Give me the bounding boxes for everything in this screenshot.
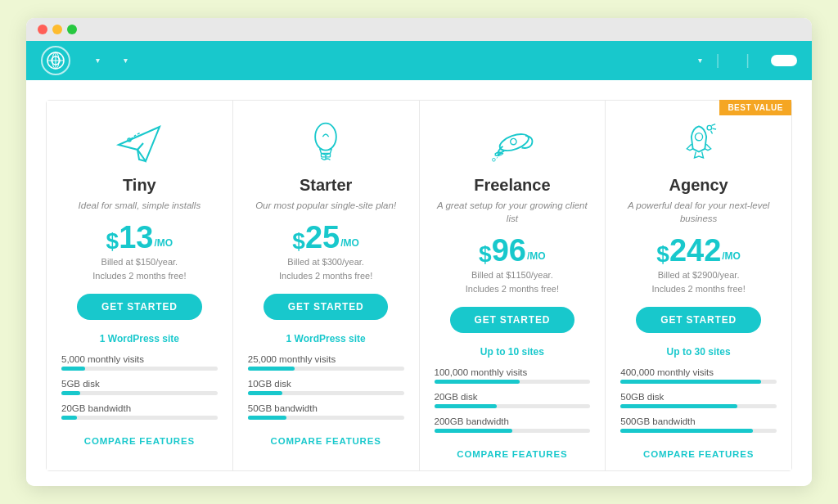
feature-label: 400,000 monthly visits xyxy=(620,367,777,377)
plan-icon-tiny xyxy=(110,119,168,168)
feature-label: 20GB disk xyxy=(435,392,591,402)
feature-row: 25,000 monthly visits xyxy=(248,354,404,371)
navbar-right-links: ▾ | | xyxy=(687,52,797,69)
get-started-nav-button[interactable] xyxy=(771,55,797,66)
plan-sites-starter: 1 WordPress site xyxy=(286,333,366,344)
feature-row: 100,000 monthly visits xyxy=(435,367,591,384)
browser-bar xyxy=(26,18,812,41)
plan-cta-button-freelance[interactable]: GET STARTED xyxy=(450,307,575,333)
compare-features-link-freelance[interactable]: COMPARE FEATURES xyxy=(457,449,567,459)
svg-point-11 xyxy=(492,159,495,162)
navbar-left-links: ▾ ▾ xyxy=(85,56,687,65)
plan-features-freelance: 100,000 monthly visits 20GB disk 200GB b… xyxy=(435,367,591,441)
plan-price-freelance: $ 96 /MO xyxy=(479,235,546,266)
plan-card-starter: Starter Our most popular single-site pla… xyxy=(233,101,420,470)
pricing-section: Tiny Ideal for small, simple installs $ … xyxy=(26,80,812,486)
feature-row: 50GB bandwidth xyxy=(248,403,404,420)
feature-bar-fill xyxy=(248,367,295,371)
feature-bar-bg xyxy=(61,391,218,395)
plan-price-starter: $ 25 /MO xyxy=(292,222,359,253)
plan-billing-freelance: Billed at $1150/year.Includes 2 months f… xyxy=(466,268,559,295)
chevron-down-icon: ▾ xyxy=(698,56,702,65)
plans-container: Tiny Ideal for small, simple installs $ … xyxy=(46,100,792,471)
plan-card-agency: BEST VALUE Agency A powerful deal for yo… xyxy=(606,101,791,470)
feature-label: 50GB bandwidth xyxy=(248,403,404,413)
plan-billing-starter: Billed at $300/year.Includes 2 months fr… xyxy=(279,255,372,282)
feature-bar-bg xyxy=(61,367,218,371)
plan-billing-agency: Billed at $2900/year.Includes 2 months f… xyxy=(651,268,745,295)
nav-product[interactable]: ▾ xyxy=(85,56,108,65)
plan-card-tiny: Tiny Ideal for small, simple installs $ … xyxy=(47,101,233,470)
feature-bar-fill xyxy=(620,404,737,408)
plan-name-freelance: Freelance xyxy=(474,176,550,195)
plan-subtitle-agency: A powerful deal for your next-level busi… xyxy=(620,199,777,225)
feature-label: 200GB bandwidth xyxy=(435,416,591,426)
plan-subtitle-tiny: Ideal for small, simple installs xyxy=(79,199,201,212)
plan-price-agency: $ 242 /MO xyxy=(656,235,741,266)
feature-bar-fill xyxy=(620,380,761,384)
feature-label: 50GB disk xyxy=(620,392,777,402)
plan-features-agency: 400,000 monthly visits 50GB disk 500GB b… xyxy=(620,367,777,441)
feature-label: 5,000 monthly visits xyxy=(61,354,218,364)
feature-bar-bg xyxy=(248,367,404,371)
plan-sites-freelance: Up to 10 sites xyxy=(480,346,544,358)
plan-price-tiny: $ 13 /MO xyxy=(106,222,173,253)
nav-resources[interactable]: ▾ xyxy=(113,56,136,65)
feature-row: 50GB disk xyxy=(620,392,777,408)
browser-dot-yellow[interactable] xyxy=(52,25,62,34)
compare-features-link-starter[interactable]: COMPARE FEATURES xyxy=(271,436,381,446)
feature-bar-fill xyxy=(61,416,77,420)
feature-bar-bg xyxy=(61,416,218,420)
feature-row: 200GB bandwidth xyxy=(435,416,591,433)
feature-label: 100,000 monthly visits xyxy=(435,367,591,377)
feature-row: 5,000 monthly visits xyxy=(61,354,218,371)
feature-bar-fill xyxy=(248,391,282,395)
plan-icon-freelance xyxy=(484,119,541,168)
plan-features-tiny: 5,000 monthly visits 5GB disk 20GB bandw… xyxy=(61,354,218,428)
plan-name-agency: Agency xyxy=(669,176,728,195)
feature-bar-fill xyxy=(248,416,287,420)
brand-logo[interactable] xyxy=(41,46,70,75)
svg-point-6 xyxy=(315,124,336,151)
feature-bar-bg xyxy=(435,404,591,408)
plan-cta-button-starter[interactable]: GET STARTED xyxy=(264,294,389,320)
feature-bar-bg xyxy=(620,404,777,408)
feature-label: 500GB bandwidth xyxy=(620,416,777,426)
nav-contact-sales[interactable]: ▾ xyxy=(687,56,710,65)
plan-sites-agency: Up to 30 sites xyxy=(667,346,731,358)
compare-features-link-agency[interactable]: COMPARE FEATURES xyxy=(643,449,754,459)
compare-features-link-tiny[interactable]: COMPARE FEATURES xyxy=(84,436,195,446)
browser-dot-green[interactable] xyxy=(67,25,77,34)
feature-row: 5GB disk xyxy=(61,379,218,395)
svg-point-13 xyxy=(707,126,712,131)
feature-bar-bg xyxy=(620,380,777,384)
plan-cta-button-tiny[interactable]: GET STARTED xyxy=(77,294,202,320)
feature-bar-fill xyxy=(435,404,497,408)
best-value-badge: BEST VALUE xyxy=(719,100,791,115)
navbar: ▾ ▾ ▾ | | xyxy=(26,41,812,80)
chevron-down-icon: ▾ xyxy=(124,56,128,65)
plan-features-starter: 25,000 monthly visits 10GB disk 50GB ban… xyxy=(248,354,404,428)
feature-row: 400,000 monthly visits xyxy=(620,367,777,384)
plan-billing-tiny: Billed at $150/year.Includes 2 months fr… xyxy=(92,255,186,282)
svg-point-9 xyxy=(498,131,530,154)
browser-dot-red[interactable] xyxy=(38,25,47,34)
feature-label: 25,000 monthly visits xyxy=(248,354,404,364)
plan-card-freelance: Freelance A great setup for your growing… xyxy=(420,101,606,470)
svg-point-10 xyxy=(511,139,516,145)
plan-sites-tiny: 1 WordPress site xyxy=(100,333,179,344)
browser-window: ▾ ▾ ▾ | | xyxy=(26,18,812,486)
plan-subtitle-freelance: A great setup for your growing client li… xyxy=(435,199,591,225)
feature-bar-fill xyxy=(435,429,512,433)
feature-row: 20GB bandwidth xyxy=(61,403,218,420)
feature-bar-bg xyxy=(248,391,404,395)
chevron-down-icon: ▾ xyxy=(96,56,100,65)
plan-cta-button-agency[interactable]: GET STARTED xyxy=(636,307,761,333)
plan-icon-agency xyxy=(670,119,728,168)
feature-label: 20GB bandwidth xyxy=(61,403,218,413)
feature-label: 10GB disk xyxy=(248,379,404,389)
feature-row: 500GB bandwidth xyxy=(620,416,777,433)
feature-bar-fill xyxy=(620,429,753,433)
plan-icon-starter xyxy=(297,119,354,168)
svg-point-12 xyxy=(695,133,702,141)
